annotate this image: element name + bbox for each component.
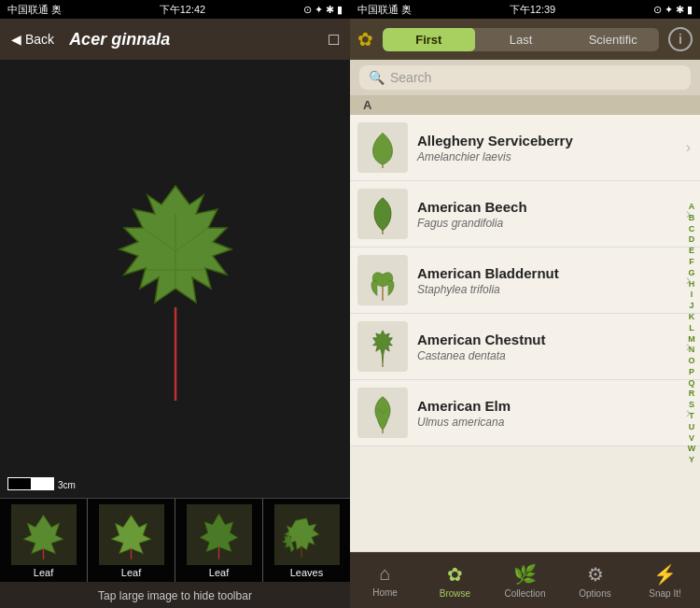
nav-bar-right: ✿ First Last Scientific i: [350, 19, 700, 60]
species-list: Allegheny Serviceberry Amelanchier laevi…: [350, 115, 700, 446]
list-item[interactable]: American Elm Ulmus americana ›: [350, 380, 700, 446]
thumb-leaf-2[interactable]: Leaf: [88, 499, 175, 582]
tab-scientific[interactable]: Scientific: [567, 28, 659, 51]
alpha-u[interactable]: U: [685, 422, 698, 432]
alpha-v[interactable]: V: [685, 433, 698, 444]
tab-options[interactable]: ⚙ Options: [560, 553, 630, 608]
thumbnail-strip: Leaf Leaf Leaf: [0, 498, 350, 582]
thumb-label-3: Leaf: [209, 567, 229, 578]
list-item[interactable]: Allegheny Serviceberry Amelanchier laevi…: [350, 115, 700, 181]
alpha-r[interactable]: R: [685, 389, 698, 399]
tab-snap-label: Snap It!: [649, 588, 680, 599]
alpha-section-a: A: [350, 95, 700, 115]
alpha-e[interactable]: E: [685, 246, 698, 256]
alpha-d[interactable]: D: [685, 234, 698, 245]
alpha-l[interactable]: L: [685, 323, 698, 333]
time-left: 下午12:42: [160, 3, 206, 17]
left-panel: 中国联通 奥 下午12:42 ⊙ ✦ ✱ ▮ ◀ Back Acer ginna…: [0, 0, 350, 608]
species-name-1: American Beech: [417, 199, 686, 215]
alpha-f[interactable]: F: [685, 257, 698, 267]
species-scientific-4: Ulmus americana: [417, 416, 686, 429]
tab-last[interactable]: Last: [475, 28, 567, 51]
alpha-s[interactable]: S: [685, 400, 698, 410]
tab-collection[interactable]: 🌿 Collection: [490, 553, 560, 608]
thumb-label-2: Leaf: [121, 567, 141, 578]
thumb-leaf-svg-3: [193, 507, 245, 563]
hint-bar: Tap large image to hide toolbar: [0, 582, 350, 608]
tab-first[interactable]: First: [383, 28, 475, 51]
alpha-q[interactable]: Q: [685, 378, 698, 389]
alpha-k[interactable]: K: [685, 312, 698, 322]
scale-label: 3cm: [58, 480, 76, 490]
species-text-0: Allegheny Serviceberry Amelanchier laevi…: [417, 133, 686, 163]
main-leaf-image: [82, 139, 269, 419]
alpha-g[interactable]: G: [685, 268, 698, 278]
alpha-t[interactable]: T: [685, 411, 698, 421]
nav-bar-left: ◀ Back Acer ginnala □: [0, 19, 350, 60]
species-thumb-4: [357, 388, 408, 438]
list-item[interactable]: American Beech Fagus grandifolia ›: [350, 181, 700, 247]
species-thumb-3: [357, 321, 408, 372]
species-name-2: American Bladdernut: [417, 265, 686, 281]
alpha-j[interactable]: J: [685, 301, 698, 311]
alpha-w[interactable]: W: [685, 444, 698, 454]
tab-home[interactable]: ⌂ Home: [350, 553, 420, 608]
search-placeholder: Search: [390, 70, 431, 85]
back-button[interactable]: ◀ Back: [11, 32, 54, 47]
thumb-leaf-1[interactable]: Leaf: [0, 499, 88, 582]
alpha-p[interactable]: P: [685, 367, 698, 377]
thumb-leaves-4[interactable]: Leaves: [263, 499, 350, 582]
home-icon: ⌂: [379, 563, 390, 585]
thumb-leaf-svg-2: [105, 507, 157, 563]
main-image-area[interactable]: 3cm: [0, 60, 350, 498]
page-title: Acer ginnala: [69, 30, 170, 49]
tab-snap[interactable]: ⚡ Snap It!: [630, 553, 700, 608]
tab-browse[interactable]: ✿ Browse: [420, 553, 490, 608]
info-button[interactable]: i: [668, 27, 693, 51]
species-leaf-icon-1: [362, 193, 403, 234]
bottom-tab-bar: ⌂ Home ✿ Browse 🌿 Collection ⚙ Options ⚡…: [350, 552, 700, 608]
species-name-3: American Chestnut: [417, 332, 686, 347]
alpha-n[interactable]: N: [685, 345, 698, 355]
thumb-label-1: Leaf: [34, 567, 53, 578]
alpha-o[interactable]: O: [685, 356, 698, 366]
collection-icon: 🌿: [513, 563, 537, 586]
thumb-image-1: [11, 504, 77, 565]
back-chevron-icon: ◀: [11, 32, 21, 47]
alpha-a[interactable]: A: [685, 202, 698, 212]
species-scientific-3: Castanea dentata: [417, 349, 686, 362]
alpha-h[interactable]: H: [685, 279, 698, 290]
species-text-4: American Elm Ulmus americana: [417, 398, 686, 429]
scale-bar: 3cm: [7, 477, 76, 490]
species-thumb-2: [357, 255, 408, 305]
options-icon: ⚙: [587, 563, 604, 586]
species-text-3: American Chestnut Castanea dentata: [417, 332, 686, 362]
list-item[interactable]: American Bladdernut Staphylea trifolia ›: [350, 247, 700, 314]
scale-bar-image: [7, 477, 54, 490]
hint-text: Tap large image to hide toolbar: [98, 589, 252, 602]
browse-icon: ✿: [447, 563, 463, 586]
search-icon: 🔍: [369, 70, 385, 85]
species-text-2: American Bladdernut Staphylea trifolia: [417, 265, 686, 296]
alpha-b[interactable]: B: [685, 213, 698, 223]
thumb-image-4: [274, 504, 340, 565]
status-icons-right: ⊙ ✦ ✱ ▮: [653, 4, 693, 16]
list-item[interactable]: American Chestnut Castanea dentata ›: [350, 314, 700, 380]
tab-browse-label: Browse: [440, 588, 470, 599]
species-name-0: Allegheny Serviceberry: [417, 133, 686, 148]
tab-collection-label: Collection: [505, 588, 546, 599]
alpha-y[interactable]: Y: [685, 455, 698, 465]
thumb-leaf-svg-1: [18, 507, 69, 563]
species-leaf-icon-0: [362, 127, 403, 168]
thumb-leaf-3[interactable]: Leaf: [175, 499, 263, 582]
thumb-image-2: [99, 504, 164, 565]
alpha-i[interactable]: I: [685, 290, 698, 300]
search-bar-container: 🔍 Search: [350, 60, 700, 95]
tab-home-label: Home: [372, 587, 398, 598]
search-input-wrap[interactable]: 🔍 Search: [359, 65, 691, 90]
species-leaf-icon-4: [362, 392, 403, 433]
alpha-c[interactable]: C: [685, 224, 698, 234]
share-icon[interactable]: □: [329, 30, 339, 49]
species-leaf-icon-3: [362, 326, 403, 367]
alpha-m[interactable]: M: [685, 334, 698, 345]
